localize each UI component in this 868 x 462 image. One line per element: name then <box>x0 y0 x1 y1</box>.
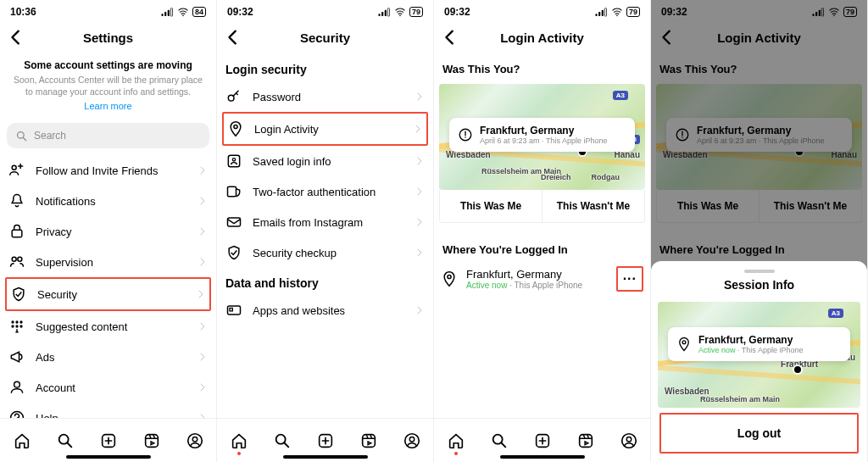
tab-home[interactable] <box>230 431 248 450</box>
tab-profile[interactable] <box>620 431 638 450</box>
tab-reels[interactable] <box>576 431 595 450</box>
chevron-right-icon <box>415 305 425 315</box>
panel-settings: 10:36 84 Settings Some account settings … <box>0 0 217 462</box>
tab-search[interactable] <box>56 431 75 450</box>
tab-profile[interactable] <box>403 431 421 450</box>
lock-icon <box>8 223 25 240</box>
status-bar: 09:32 79 <box>217 0 433 20</box>
was-this-you-heading: Was This You? <box>439 54 645 81</box>
tab-search[interactable] <box>273 431 292 450</box>
settings-item-privacy[interactable]: Privacy <box>5 216 211 247</box>
search-input[interactable]: Search <box>7 123 209 148</box>
tab-home[interactable] <box>13 431 31 450</box>
shield-icon <box>10 286 27 303</box>
shield-check-icon <box>225 244 242 261</box>
plus-square-icon <box>533 431 552 450</box>
map-label-russelsheim: Rüsselsheim am Main <box>700 395 780 404</box>
settings-item-label: Account <box>36 381 187 394</box>
security-item-login-activity[interactable]: Login Activity <box>222 112 428 146</box>
panel-security: 09:32 79 Security Login security Passwor… <box>217 0 434 462</box>
this-was-me-button[interactable]: This Was Me <box>440 190 542 222</box>
tab-reels[interactable] <box>142 431 161 450</box>
sheet-grabber[interactable] <box>744 270 775 273</box>
section-data-history: Data and history <box>222 268 428 295</box>
tab-create[interactable] <box>316 431 335 450</box>
chevron-right-icon <box>415 186 425 197</box>
session-options-button[interactable]: ··· <box>616 266 643 292</box>
chevron-right-icon <box>415 217 425 227</box>
saved-login-icon <box>225 153 242 170</box>
map-road-badge-a3: A3 <box>613 91 628 100</box>
settings-item-account[interactable]: Account <box>5 372 211 403</box>
accounts-center-banner: Some account settings are moving Soon, A… <box>5 54 211 120</box>
status-time: 09:32 <box>227 6 253 18</box>
avatar-icon <box>186 431 204 450</box>
home-indicator[interactable] <box>283 455 368 459</box>
where-logged-in-heading: Where You're Logged In <box>439 235 645 261</box>
tab-search[interactable] <box>490 431 509 450</box>
map-road-badge-a3: A3 <box>828 309 843 318</box>
tab-profile[interactable] <box>186 431 204 450</box>
chevron-right-icon <box>198 352 208 362</box>
signal-icon <box>377 7 391 17</box>
settings-item-notifications[interactable]: Notifications <box>5 186 211 216</box>
settings-list: Follow and Invite Friends Notifications … <box>5 155 211 418</box>
page-title: Security <box>300 31 350 45</box>
session-active: Active now <box>698 346 736 354</box>
tab-create[interactable] <box>533 431 552 450</box>
security-item-2fa[interactable]: Two-factor authentication <box>222 176 428 207</box>
security-item-saved-login[interactable]: Saved login info <box>222 146 428 176</box>
session-row[interactable]: Frankfurt, Germany Active now · This App… <box>439 261 645 297</box>
settings-item-supervision[interactable]: Supervision <box>5 247 211 277</box>
page-title: Login Activity <box>500 31 584 45</box>
plus-square-icon <box>99 431 118 450</box>
home-indicator[interactable] <box>66 455 151 459</box>
tab-reels[interactable] <box>359 431 378 450</box>
security-item-label: Security checkup <box>253 247 404 259</box>
login-location-card: Frankfurt, Germany April 6 at 9:23 am · … <box>449 118 635 152</box>
two-factor-icon <box>225 183 242 200</box>
settings-item-label: Ads <box>36 351 187 364</box>
chevron-right-icon <box>196 289 206 299</box>
back-button[interactable] <box>224 28 242 47</box>
settings-item-follow-invite[interactable]: Follow and Invite Friends <box>5 155 211 186</box>
banner-subtext: Soon, Accounts Center will be the primar… <box>10 75 206 97</box>
back-button[interactable] <box>441 28 459 47</box>
help-icon <box>8 409 25 418</box>
log-out-button[interactable]: Log out <box>659 413 859 454</box>
security-item-emails[interactable]: Emails from Instagram <box>222 207 428 237</box>
signal-icon <box>594 7 608 17</box>
settings-item-suggested[interactable]: Suggested content <box>5 311 211 342</box>
this-wasnt-me-button[interactable]: This Wasn't Me <box>542 190 644 222</box>
pin-icon <box>441 270 458 287</box>
chevron-right-icon <box>415 248 425 258</box>
security-item-apps-websites[interactable]: Apps and websites <box>222 295 428 326</box>
back-button[interactable] <box>7 28 25 47</box>
security-item-label: Apps and websites <box>253 304 404 317</box>
settings-item-help[interactable]: Help <box>5 403 211 418</box>
bell-icon <box>8 192 25 209</box>
learn-more-link[interactable]: Learn more <box>10 101 206 111</box>
settings-item-label: Suggested content <box>36 320 187 333</box>
wifi-icon <box>611 7 623 17</box>
home-indicator[interactable] <box>500 455 585 459</box>
pin-icon <box>676 337 692 352</box>
map-view[interactable]: Wiesbaden Frankfurt Hanau Rüsselsheim am… <box>439 84 645 190</box>
plus-square-icon <box>316 431 335 450</box>
settings-item-ads[interactable]: Ads <box>5 342 211 372</box>
tab-create[interactable] <box>99 431 118 450</box>
search-icon <box>56 431 75 450</box>
security-item-password[interactable]: Password <box>222 81 428 112</box>
tab-home[interactable] <box>447 431 465 450</box>
security-item-checkup[interactable]: Security checkup <box>222 237 428 268</box>
battery-icon: 79 <box>626 7 640 17</box>
security-item-label: Saved login info <box>253 155 404 168</box>
account-icon <box>8 379 25 396</box>
session-map-view[interactable]: Wiesbaden Frankfurt Hanau Rüsselsheim am… <box>658 302 860 408</box>
chevron-left-icon <box>441 28 459 47</box>
status-time: 09:32 <box>444 6 470 18</box>
search-icon <box>273 431 292 450</box>
settings-item-label: Help <box>36 412 187 418</box>
settings-item-security[interactable]: Security <box>5 277 211 311</box>
map-label-rodgau: Rodgau <box>592 173 620 181</box>
